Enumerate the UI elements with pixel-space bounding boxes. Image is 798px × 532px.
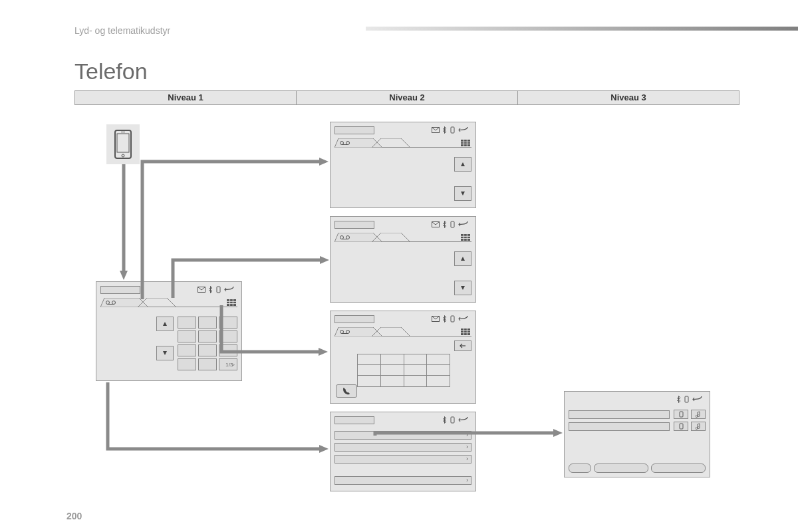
svg-marker-66 <box>320 256 329 264</box>
call-button[interactable] <box>336 384 357 398</box>
panel-title-badge <box>334 221 374 229</box>
keypad-key[interactable] <box>178 317 196 329</box>
bluetooth-icon <box>442 416 447 424</box>
handset-icon <box>684 396 690 403</box>
svg-rect-41 <box>461 234 470 241</box>
svg-marker-46 <box>461 257 465 261</box>
svg-marker-32 <box>461 162 465 166</box>
device-music-toggle[interactable] <box>691 410 706 419</box>
list-row[interactable]: › <box>334 476 471 485</box>
svg-marker-68 <box>319 445 329 453</box>
scroll-up-button[interactable] <box>454 157 471 172</box>
bottom-button[interactable] <box>651 464 706 473</box>
header-gradient-bar <box>366 27 798 31</box>
scroll-up-button[interactable] <box>454 251 471 266</box>
handset-icon <box>679 411 684 418</box>
device-music-toggle[interactable] <box>691 422 706 431</box>
panel-title-badge <box>334 315 374 323</box>
list-row[interactable]: › <box>334 455 471 464</box>
back-icon <box>692 396 703 402</box>
bluetooth-icon <box>442 221 447 228</box>
svg-rect-1 <box>117 134 129 152</box>
svg-marker-40 <box>372 233 410 242</box>
call-icon <box>342 386 351 396</box>
level2-screen-2 <box>330 216 476 303</box>
back-icon <box>458 221 469 227</box>
svg-rect-49 <box>451 316 454 322</box>
level2-screen-1 <box>330 122 476 208</box>
level2-screen-dial <box>330 311 476 404</box>
keypad-key[interactable] <box>178 344 196 356</box>
handset-icon <box>450 221 456 228</box>
keypad-key[interactable] <box>198 317 217 329</box>
svg-marker-54 <box>372 327 410 336</box>
envelope-icon <box>432 316 440 322</box>
phone-device-tile <box>106 124 140 164</box>
level-3-header: Niveau 3 <box>518 90 739 105</box>
dial-grid[interactable] <box>357 354 450 387</box>
keypad-key[interactable] <box>198 344 217 356</box>
svg-marker-47 <box>461 286 465 290</box>
arrow-main-to-2c <box>220 304 331 357</box>
envelope-icon <box>432 127 440 133</box>
svg-rect-64 <box>680 424 683 429</box>
arrow-phone-to-main <box>120 164 128 281</box>
svg-point-10 <box>112 301 116 305</box>
bottom-button[interactable] <box>569 464 591 473</box>
handset-icon <box>450 416 456 424</box>
scroll-down-button[interactable] <box>454 186 471 201</box>
handset-icon <box>450 315 456 323</box>
paired-device-row[interactable] <box>569 410 670 419</box>
chevron-icon: › <box>466 477 468 483</box>
tile-icon <box>461 329 470 335</box>
left-arrow-icon <box>460 343 466 348</box>
svg-marker-69 <box>553 429 563 437</box>
back-icon <box>458 127 469 133</box>
voicemail-icon <box>340 235 352 240</box>
arrow-2d-to-3 <box>374 432 565 440</box>
bluetooth-icon <box>676 396 681 403</box>
scroll-up-button[interactable] <box>156 317 174 331</box>
svg-rect-55 <box>461 329 470 335</box>
svg-point-23 <box>340 142 344 145</box>
bottom-button-bar <box>569 464 706 473</box>
keypad-key[interactable] <box>178 358 196 370</box>
back-icon <box>458 316 469 322</box>
music-note-icon <box>696 411 701 418</box>
status-icon-row <box>432 126 469 134</box>
svg-rect-21 <box>451 127 454 133</box>
backspace-button[interactable] <box>454 340 471 351</box>
scroll-down-button[interactable] <box>454 281 471 295</box>
page-title: Telefon <box>74 59 148 84</box>
device-phone-toggle[interactable] <box>674 422 688 431</box>
keypad-key[interactable] <box>198 331 217 342</box>
level-header-row: Niveau 1 Niveau 2 Niveau 3 <box>74 90 739 105</box>
bluetooth-icon <box>442 315 447 323</box>
bottom-button[interactable] <box>594 464 648 473</box>
svg-point-24 <box>346 142 350 145</box>
svg-rect-35 <box>451 221 454 227</box>
phone-device-icon <box>114 130 132 159</box>
svg-marker-65 <box>319 158 329 166</box>
chevron-icon: › <box>466 444 468 450</box>
svg-rect-27 <box>461 140 470 146</box>
keypad-page-indicator: 1/3› <box>219 358 237 370</box>
bluetooth-icon <box>442 126 447 134</box>
scroll-down-button[interactable] <box>156 346 174 360</box>
back-icon <box>458 417 469 423</box>
paired-device-row[interactable] <box>569 422 670 431</box>
keypad-key[interactable] <box>178 331 196 342</box>
panel-title-badge <box>334 416 374 424</box>
svg-rect-62 <box>685 396 688 402</box>
svg-point-51 <box>340 331 344 334</box>
keypad-key[interactable] <box>198 358 217 370</box>
svg-point-9 <box>106 301 110 305</box>
list-row[interactable]: › <box>334 443 471 452</box>
level-2-header: Niveau 2 <box>297 90 518 105</box>
tile-icon <box>461 234 470 241</box>
device-phone-toggle[interactable] <box>674 410 688 419</box>
svg-point-38 <box>346 236 350 239</box>
svg-point-52 <box>346 331 350 334</box>
svg-marker-18 <box>163 322 167 326</box>
level3-screen <box>564 391 710 477</box>
